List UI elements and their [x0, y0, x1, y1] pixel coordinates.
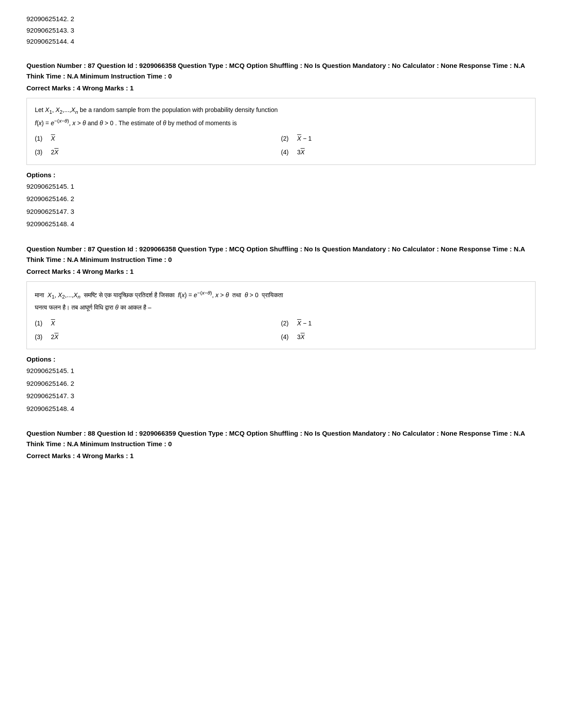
question-87a-line2: f(x) = e−(x−θ), x > θ and θ > 0 . The es…	[35, 116, 527, 129]
question-87a-line1: Let X1, X2,...,Xn be a random sample fro…	[35, 105, 527, 116]
question-87b-content: माना X1, X2,...,Xn समष्टि से एक यादृच्छि…	[26, 281, 536, 350]
question-87a-content: Let X1, X2,...,Xn be a random sample fro…	[26, 98, 536, 165]
top-id-3: 92090625144. 4	[26, 36, 536, 47]
option-list-item-b1: 92090625145. 1	[26, 365, 536, 377]
question-87a-options-label: Options :	[26, 171, 536, 179]
option-list-item-1: 92090625145. 1	[26, 180, 536, 193]
question-87b-options-label: Options :	[26, 355, 536, 363]
option-list-item-b4: 92090625148. 4	[26, 403, 536, 415]
question-87-english: Question Number : 87 Question Id : 92090…	[26, 60, 536, 231]
question-88-marks: Correct Marks : 4 Wrong Marks : 1	[26, 452, 536, 459]
question-88: Question Number : 88 Question Id : 92090…	[26, 428, 536, 459]
question-87-hindi: Question Number : 87 Question Id : 92090…	[26, 244, 536, 415]
option-list-item-b3: 92090625147. 3	[26, 390, 536, 403]
option-87a-3: (3) 2X	[35, 147, 281, 158]
question-87b-options-list: 92090625145. 1 92090625146. 2 9209062514…	[26, 365, 536, 415]
option-list-item-b2: 92090625146. 2	[26, 377, 536, 390]
question-88-header: Question Number : 88 Question Id : 92090…	[26, 428, 536, 449]
top-id-1: 92090625142. 2	[26, 13, 536, 25]
option-87a-1: (1) X	[35, 133, 281, 144]
option-87b-4: (4) 3X	[281, 332, 528, 343]
option-87b-3: (3) 2X	[35, 332, 281, 343]
question-87b-line2: घनत्व फलन है। तब आघूर्ण विधि द्वारा θ का…	[35, 302, 527, 314]
question-87b-line1: माना X1, X2,...,Xn समष्टि से एक यादृच्छि…	[35, 288, 527, 302]
question-87a-options-list: 92090625145. 1 92090625146. 2 9209062514…	[26, 180, 536, 231]
top-ids-section: 92090625142. 2 92090625143. 3 9209062514…	[26, 13, 536, 47]
option-list-item-4: 92090625148. 4	[26, 218, 536, 231]
question-87a-marks: Correct Marks : 4 Wrong Marks : 1	[26, 84, 536, 92]
option-87b-1: (1) X	[35, 318, 281, 329]
question-87b-options-grid: (1) X (2) X − 1 (3) 2X (4) 3X	[35, 318, 527, 343]
option-87b-2: (2) X − 1	[281, 318, 528, 329]
question-87a-header: Question Number : 87 Question Id : 92090…	[26, 60, 536, 82]
option-list-item-3: 92090625147. 3	[26, 205, 536, 218]
option-list-item-2: 92090625146. 2	[26, 193, 536, 205]
option-87a-4: (4) 3X	[281, 147, 528, 158]
top-id-2: 92090625143. 3	[26, 25, 536, 36]
question-87b-header: Question Number : 87 Question Id : 92090…	[26, 244, 536, 265]
option-87a-2: (2) X − 1	[281, 133, 528, 144]
question-87a-options-grid: (1) X (2) X − 1 (3) 2X (4) 3X	[35, 133, 527, 158]
question-87b-marks: Correct Marks : 4 Wrong Marks : 1	[26, 268, 536, 275]
